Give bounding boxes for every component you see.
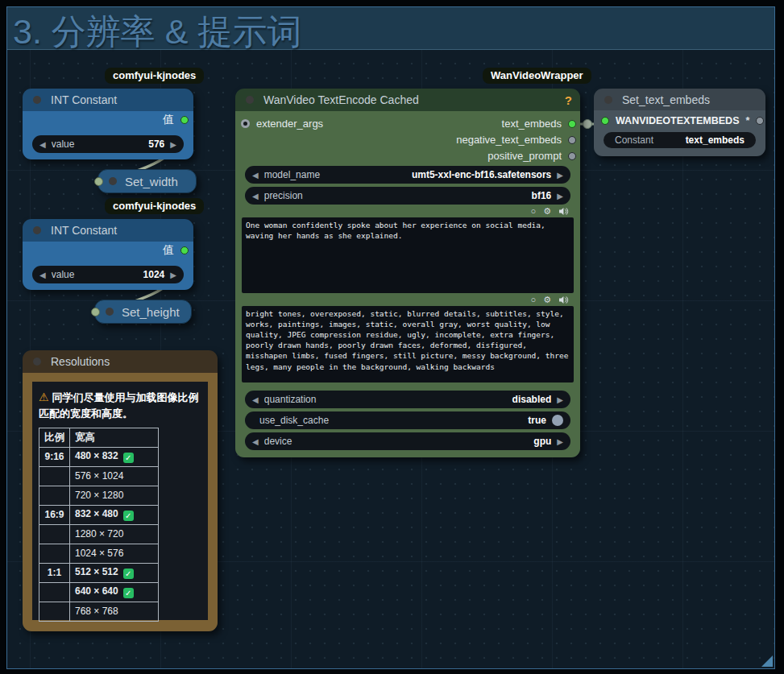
decrement-arrow-icon[interactable]: ◀ bbox=[39, 140, 46, 149]
value-widget[interactable]: ◀ value 576 ▶ bbox=[32, 135, 184, 153]
table-row: 576 × 1024 bbox=[39, 466, 159, 486]
output-slot-icon[interactable] bbox=[180, 116, 189, 124]
speaker-icon[interactable] bbox=[558, 207, 569, 216]
collapsed-input-slot-icon[interactable] bbox=[94, 177, 103, 186]
collapse-dot-icon[interactable] bbox=[33, 96, 41, 104]
output-slot-icon[interactable] bbox=[180, 246, 189, 254]
widget-label: precision bbox=[264, 190, 526, 201]
table-row: 768 × 768 bbox=[39, 602, 159, 621]
negative-prompt-textarea[interactable]: bright tones, overexposed, static, blurr… bbox=[242, 306, 574, 382]
size-cell: 832 × 480✓ bbox=[70, 505, 159, 524]
collapse-dot-icon[interactable] bbox=[109, 177, 117, 185]
ratio-cell bbox=[39, 544, 70, 563]
int-constant-1-body: 值 ◀ value 576 ▶ bbox=[23, 111, 193, 159]
increment-arrow-icon[interactable]: ▶ bbox=[170, 271, 176, 279]
precision-widget[interactable]: ◀ precision bf16 ▶ bbox=[245, 187, 570, 205]
set-text-embeds-header[interactable]: Set_text_embeds bbox=[594, 89, 765, 110]
table-row: 1024 × 576 bbox=[39, 544, 159, 563]
output-label: 值 bbox=[163, 113, 174, 127]
gear-icon[interactable]: ⚙ bbox=[543, 296, 551, 304]
col-header-ratio: 比例 bbox=[39, 428, 70, 447]
node-int-constant-width[interactable]: INT Constant 值 ◀ value 576 ▶ bbox=[23, 89, 193, 159]
prev-arrow-icon[interactable]: ◀ bbox=[252, 192, 259, 201]
output-slot-negative-text-embeds[interactable]: negative_text_embeds bbox=[456, 134, 576, 146]
int-constant-2-header[interactable]: INT Constant bbox=[23, 219, 193, 242]
node-resolutions[interactable]: Resolutions ⚠同学们尽量使用与加载图像比例匹配的宽度和高度。 比例 … bbox=[23, 350, 218, 631]
resolutions-header[interactable]: Resolutions bbox=[23, 350, 218, 373]
input-slot-icon[interactable] bbox=[601, 117, 609, 125]
output-slot-icon[interactable] bbox=[756, 117, 764, 125]
checkmark-icon: ✓ bbox=[123, 511, 134, 521]
constant-name-widget[interactable]: Constant text_embeds bbox=[604, 132, 756, 148]
group-title-bar[interactable]: 3. 分辨率 & 提示词 bbox=[7, 7, 774, 50]
size-cell: 480 × 832✓ bbox=[70, 447, 159, 466]
positive-prompt-textarea[interactable]: One woman confidently spoke about her ex… bbox=[242, 217, 574, 293]
toggle-dot-icon[interactable] bbox=[552, 415, 563, 426]
resolutions-warning: ⚠同学们尽量使用与加载图像比例匹配的宽度和高度。 bbox=[39, 389, 201, 422]
quantization-widget[interactable]: ◀ quantization disabled ▶ bbox=[245, 391, 570, 408]
ratio-cell bbox=[39, 486, 70, 505]
output-slot-icon[interactable] bbox=[568, 152, 576, 160]
collapsed-input-slot-icon[interactable] bbox=[91, 308, 100, 316]
collapse-dot-icon[interactable] bbox=[246, 96, 254, 104]
node-int-constant-height[interactable]: INT Constant 值 ◀ value 1024 ▶ bbox=[23, 219, 193, 290]
next-arrow-icon[interactable]: ▶ bbox=[557, 192, 563, 201]
set-text-embeds-body: WANVIDEOTEXTEMBEDS * Constant text_embed… bbox=[594, 110, 765, 156]
circle-icon[interactable]: ○ bbox=[530, 207, 536, 216]
output-slot-text-embeds[interactable]: text_embeds bbox=[502, 118, 576, 130]
next-arrow-icon[interactable]: ▶ bbox=[557, 437, 563, 446]
node-set-height[interactable]: Set_height bbox=[94, 300, 192, 324]
ratio-cell bbox=[39, 582, 70, 602]
table-header-row: 比例 宽高 bbox=[39, 428, 159, 447]
group-title: 3. 分辨率 & 提示词 bbox=[13, 9, 301, 56]
output-label: text_embeds bbox=[502, 118, 562, 130]
output-slot-icon[interactable] bbox=[568, 136, 576, 144]
size-cell: 512 × 512✓ bbox=[70, 563, 159, 582]
int-constant-2-body: 值 ◀ value 1024 ▶ bbox=[23, 242, 193, 290]
output-label: negative_text_embeds bbox=[456, 134, 562, 146]
size-cell: 720 × 1280 bbox=[70, 486, 159, 505]
node-set-width[interactable]: Set_width bbox=[97, 169, 197, 193]
output-slot-positive-prompt[interactable]: positive_prompt bbox=[487, 150, 576, 162]
collapse-dot-icon[interactable] bbox=[604, 96, 612, 104]
collapse-dot-icon[interactable] bbox=[33, 358, 41, 366]
next-arrow-icon[interactable]: ▶ bbox=[557, 395, 563, 404]
increment-arrow-icon[interactable]: ▶ bbox=[170, 140, 176, 149]
int-constant-1-header[interactable]: INT Constant bbox=[23, 89, 193, 111]
output-slot-icon[interactable] bbox=[568, 120, 576, 128]
prev-arrow-icon[interactable]: ◀ bbox=[252, 437, 259, 446]
node-wanvideo-textencode-cached[interactable]: WanVideo TextEncode Cached ? extender_ar… bbox=[235, 89, 580, 457]
textencode-header[interactable]: WanVideo TextEncode Cached ? bbox=[235, 89, 580, 111]
widget-value: gpu bbox=[533, 436, 551, 447]
group-resize-handle[interactable] bbox=[761, 655, 773, 667]
node-set-text-embeds[interactable]: Set_text_embeds WANVIDEOTEXTEMBEDS * Con… bbox=[594, 89, 765, 156]
use-disk-cache-toggle[interactable]: use_disk_cache true bbox=[245, 411, 570, 429]
ratio-cell bbox=[39, 524, 70, 544]
widget-value: bf16 bbox=[532, 190, 552, 201]
input-label: extender_args bbox=[256, 118, 323, 130]
table-row: 1280 × 720 bbox=[39, 524, 159, 544]
value-widget[interactable]: ◀ value 1024 ▶ bbox=[32, 266, 184, 283]
decrement-arrow-icon[interactable]: ◀ bbox=[39, 271, 46, 279]
table-row: 1:1512 × 512✓ bbox=[39, 563, 159, 582]
device-widget[interactable]: ◀ device gpu ▶ bbox=[245, 432, 570, 450]
prev-arrow-icon[interactable]: ◀ bbox=[252, 171, 259, 180]
prev-arrow-icon[interactable]: ◀ bbox=[252, 395, 259, 404]
table-row: 720 × 1280 bbox=[39, 486, 159, 505]
gear-icon[interactable]: ⚙ bbox=[543, 207, 551, 216]
widget-value: umt5-xxl-enc-bf16.safetensors bbox=[412, 169, 551, 180]
negative-prompt-toolbar: ○ ⚙ bbox=[247, 294, 569, 305]
input-slot-icon[interactable] bbox=[241, 119, 250, 128]
node-graph-canvas[interactable]: 3. 分辨率 & 提示词 comfyui-kjnodes comfyui-kjn… bbox=[0, 0, 784, 674]
checkmark-icon: ✓ bbox=[123, 569, 134, 579]
input-slot-extender-args[interactable]: extender_args bbox=[241, 118, 323, 130]
speaker-icon[interactable] bbox=[558, 296, 569, 304]
next-arrow-icon[interactable]: ▶ bbox=[557, 171, 563, 180]
help-icon[interactable]: ? bbox=[565, 93, 572, 107]
collapse-dot-icon[interactable] bbox=[33, 226, 41, 234]
collapse-dot-icon[interactable] bbox=[106, 308, 114, 316]
model-name-widget[interactable]: ◀ model_name umt5-xxl-enc-bf16.safetenso… bbox=[245, 166, 570, 184]
positive-prompt-toolbar: ○ ⚙ bbox=[247, 205, 569, 217]
circle-icon[interactable]: ○ bbox=[530, 296, 536, 304]
widget-label: model_name bbox=[264, 169, 406, 180]
